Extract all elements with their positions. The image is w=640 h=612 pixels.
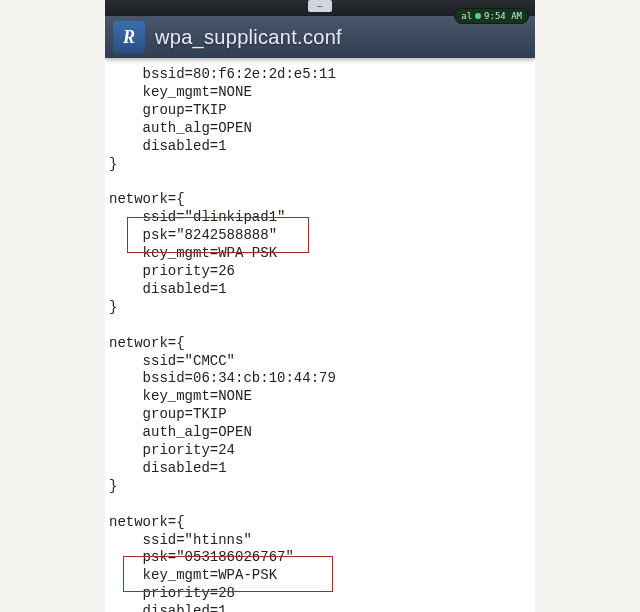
- code-line: disabled=1: [109, 603, 227, 612]
- code-line: psk="053186026767": [109, 549, 294, 565]
- code-line: disabled=1: [109, 138, 227, 154]
- code-line: priority=24: [109, 442, 235, 458]
- code-line: }: [109, 156, 117, 172]
- code-line: priority=26: [109, 263, 235, 279]
- code-line: }: [109, 478, 117, 494]
- code-line: auth_alg=OPEN: [109, 120, 252, 136]
- code-line: ssid="htinns": [109, 532, 252, 548]
- code-line: psk="8242588888": [109, 227, 277, 243]
- code-line: group=TKIP: [109, 406, 227, 422]
- code-line: network={: [109, 514, 185, 530]
- signal-icon: [475, 13, 481, 19]
- code-line: key_mgmt=NONE: [109, 388, 252, 404]
- phone-frame: ⋯ R wpa_supplicant.conf al 9:54 AM bssid…: [105, 0, 535, 612]
- status-notch-icon: ⋯: [308, 0, 332, 12]
- code-line: key_mgmt=WPA-PSK: [109, 245, 277, 261]
- code-line: group=TKIP: [109, 102, 227, 118]
- code-line: bssid=06:34:cb:10:44:79: [109, 370, 336, 386]
- app-icon[interactable]: R: [113, 21, 145, 53]
- code-line: disabled=1: [109, 281, 227, 297]
- status-time-pill: al 9:54 AM: [454, 8, 529, 24]
- code-line: network={: [109, 335, 185, 351]
- code-line: bssid=80:f6:2e:2d:e5:11: [109, 66, 336, 82]
- viewport: ⋯ R wpa_supplicant.conf al 9:54 AM bssid…: [0, 0, 640, 612]
- code-line: }: [109, 299, 117, 315]
- code-line: auth_alg=OPEN: [109, 424, 252, 440]
- code-line: network={: [109, 191, 185, 207]
- code-line: key_mgmt=NONE: [109, 84, 252, 100]
- code-line: ssid="dlinkipad1": [109, 209, 285, 225]
- file-content[interactable]: bssid=80:f6:2e:2d:e5:11 key_mgmt=NONE gr…: [105, 58, 535, 612]
- title-bar: R wpa_supplicant.conf al 9:54 AM: [105, 16, 535, 58]
- code-line: disabled=1: [109, 460, 227, 476]
- page-title: wpa_supplicant.conf: [155, 26, 342, 49]
- clock-time: 9:54 AM: [484, 11, 522, 21]
- app-icon-letter: R: [123, 27, 135, 48]
- code-line: priority=28: [109, 585, 235, 601]
- signal-label: al: [461, 11, 472, 21]
- code-line: key_mgmt=WPA-PSK: [109, 567, 277, 583]
- code-line: ssid="CMCC": [109, 353, 235, 369]
